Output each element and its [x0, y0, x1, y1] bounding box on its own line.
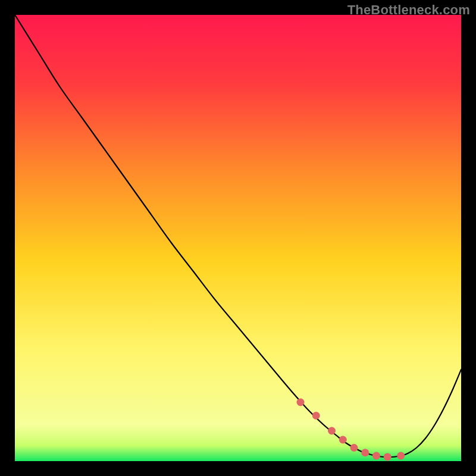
marker-dot — [372, 452, 380, 460]
marker-dot — [312, 412, 320, 419]
chart-background — [15, 15, 461, 461]
marker-dot — [350, 444, 358, 452]
marker-dot — [397, 452, 405, 460]
marker-dot — [328, 427, 336, 435]
marker-dot — [297, 399, 305, 406]
chart-svg — [15, 15, 461, 461]
marker-dot — [384, 453, 392, 461]
marker-dot — [339, 436, 347, 444]
chart-plot-area — [15, 15, 461, 461]
marker-dot — [361, 449, 369, 456]
